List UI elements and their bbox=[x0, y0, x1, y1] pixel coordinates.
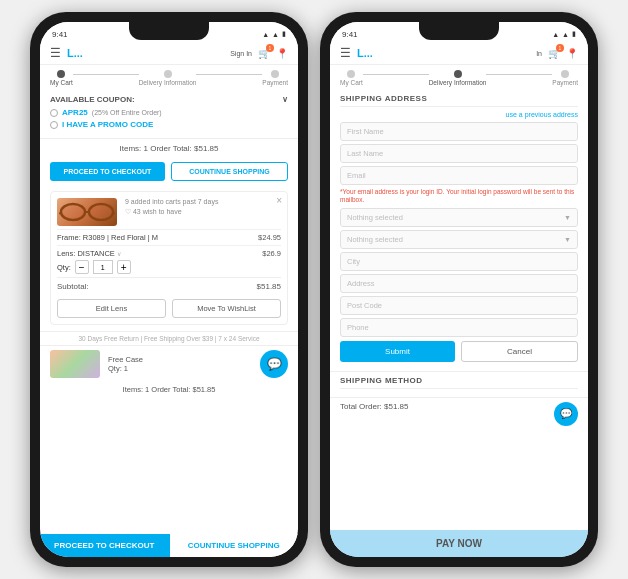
step-conn-3 bbox=[363, 74, 429, 75]
step-dot-delivery-1 bbox=[164, 70, 172, 78]
step-delivery-2: Delivery Information bbox=[429, 70, 487, 86]
bottom-btns-1: PROCEED TO CHECKOUT COUNTINUE SHOPPING bbox=[40, 534, 298, 557]
coupon-option-2: I HAVE A PROMO CODE bbox=[50, 120, 288, 129]
status-icons-2: ▲ ▲ ▮ bbox=[552, 30, 576, 38]
coupon-chevron[interactable]: ∨ bbox=[282, 95, 288, 104]
first-name-field[interactable]: First Name bbox=[340, 122, 578, 141]
cart-stat: 9 added into carts past 7 days bbox=[125, 198, 218, 205]
cancel-btn[interactable]: Cancel bbox=[461, 341, 578, 362]
time-1: 9:41 bbox=[52, 30, 68, 39]
qty-increase-btn[interactable]: + bbox=[117, 260, 131, 274]
step-label-payment-1: Payment bbox=[262, 79, 288, 86]
free-case-label: Free Case bbox=[108, 355, 143, 364]
pay-now-btn[interactable]: PAY NOW bbox=[330, 530, 588, 557]
continue-shopping-btn-top[interactable]: COUNTINUE SHOPPING bbox=[171, 162, 288, 181]
coupon-desc-apr25: (25% Off Entire Order) bbox=[92, 109, 162, 116]
step-conn-1 bbox=[73, 74, 139, 75]
phone-1-screen: 9:41 ▲ ▲ ▮ ☰ L... Sign In 🛒 1 📍 bbox=[40, 22, 298, 557]
chat-btn-2[interactable]: 💬 bbox=[554, 402, 578, 426]
subtotal-label: Subtotal: bbox=[57, 282, 89, 291]
edit-lens-btn[interactable]: Edit Lens bbox=[57, 299, 166, 318]
logo-2: L... bbox=[357, 47, 536, 59]
total-order-text: Total Order: $51.85 bbox=[340, 402, 408, 426]
state-select-arrow: ▼ bbox=[564, 236, 571, 243]
lens-price: $26.9 bbox=[262, 249, 281, 258]
step-label-delivery-2: Delivery Information bbox=[429, 79, 487, 86]
shipping-method-section: SHIPPING METHOD bbox=[330, 371, 588, 397]
screen-content-1: AVAILABLE COUPON: ∨ APR25 (25% Off Entir… bbox=[40, 89, 298, 534]
chat-btn-1[interactable]: 💬 bbox=[260, 350, 288, 378]
submit-btn[interactable]: Submit bbox=[340, 341, 455, 362]
email-note: *Your email address is your login ID. Yo… bbox=[340, 188, 578, 205]
action-btns: Edit Lens Move To WishList bbox=[57, 299, 281, 318]
step-dot-payment-2 bbox=[561, 70, 569, 78]
sign-in-1[interactable]: Sign In bbox=[230, 50, 252, 57]
location-icon-1[interactable]: 📍 bbox=[276, 48, 288, 59]
address-field[interactable]: Address bbox=[340, 274, 578, 293]
step-conn-2 bbox=[196, 74, 262, 75]
lens-detail: Lens: DISTANCE ∨ $26.9 bbox=[57, 245, 281, 258]
order-summary-1: Items: 1 Order Total: $51.85 bbox=[40, 139, 298, 158]
screen-content-2: SHIPPING ADDRESS use a previous address … bbox=[330, 89, 588, 530]
step-label-payment-2: Payment bbox=[552, 79, 578, 86]
email-field[interactable]: Email bbox=[340, 166, 578, 185]
qty-input[interactable] bbox=[93, 260, 113, 274]
battery-icon-1: ▮ bbox=[282, 30, 286, 38]
case-image bbox=[50, 350, 100, 378]
shipping-section-title: SHIPPING ADDRESS bbox=[340, 94, 578, 107]
radio-promo[interactable] bbox=[50, 121, 58, 129]
wifi-icon-2: ▲ bbox=[562, 31, 569, 38]
step-payment-1: Payment bbox=[262, 70, 288, 86]
qty-label: Qty: bbox=[57, 263, 71, 272]
case-info: Free Case Qty: 1 bbox=[108, 355, 143, 373]
postcode-field[interactable]: Post Code bbox=[340, 296, 578, 315]
proceed-checkout-btn-top[interactable]: PROCEED TO CHECKOUT bbox=[50, 162, 165, 181]
hamburger-icon-2[interactable]: ☰ bbox=[340, 46, 351, 60]
free-case: Free Case Qty: 1 💬 bbox=[40, 346, 298, 382]
cart-icon-2[interactable]: 🛒 1 bbox=[548, 48, 560, 59]
hamburger-icon-1[interactable]: ☰ bbox=[50, 46, 61, 60]
step-dot-cart-1 bbox=[57, 70, 65, 78]
free-case-qty: Qty: 1 bbox=[108, 364, 143, 373]
app-header-1: ☰ L... Sign In 🛒 1 📍 bbox=[40, 42, 298, 65]
social-info: 9 added into carts past 7 days bbox=[125, 198, 281, 205]
coupon-section: AVAILABLE COUPON: ∨ APR25 (25% Off Entir… bbox=[40, 89, 298, 139]
coupon-code-apr25: APR25 bbox=[62, 108, 88, 117]
frame-detail: Frame: R3089 | Red Floral | M $24.95 bbox=[57, 229, 281, 242]
state-select[interactable]: Nothing selected ▼ bbox=[340, 230, 578, 249]
move-wishlist-btn[interactable]: Move To WishList bbox=[172, 299, 281, 318]
phone-2: 9:41 ▲ ▲ ▮ ☰ L... In 🛒 1 📍 bbox=[320, 12, 598, 567]
radio-apr25[interactable] bbox=[50, 109, 58, 117]
bottom-continue-btn[interactable]: COUNTINUE SHOPPING bbox=[169, 534, 299, 557]
coupon-code-promo: I HAVE A PROMO CODE bbox=[62, 120, 153, 129]
last-name-field[interactable]: Last Name bbox=[340, 144, 578, 163]
subtotal-row: Subtotal: $51.85 bbox=[57, 277, 281, 295]
step-dot-cart-2 bbox=[347, 70, 355, 78]
sign-in-2[interactable]: In bbox=[536, 50, 542, 57]
svg-point-6 bbox=[90, 205, 112, 219]
step-payment-2: Payment bbox=[552, 70, 578, 86]
bottom-order-text: Items: 1 Order Total: $51.85 bbox=[123, 385, 216, 394]
product-image bbox=[57, 198, 117, 226]
qty-decrease-btn[interactable]: − bbox=[75, 260, 89, 274]
subtotal-value: $51.85 bbox=[257, 282, 281, 291]
step-delivery-1: Delivery Information bbox=[139, 70, 197, 86]
order-summary-text: Items: 1 Order Total: $51.85 bbox=[119, 144, 218, 153]
steps-1: My Cart Delivery Information Payment bbox=[40, 65, 298, 89]
phone-notch-2 bbox=[419, 22, 499, 40]
header-icons-2: In 🛒 1 📍 bbox=[536, 48, 578, 59]
location-icon-2[interactable]: 📍 bbox=[566, 48, 578, 59]
coupon-option-1: APR25 (25% Off Entire Order) bbox=[50, 108, 288, 117]
state-select-text: Nothing selected bbox=[347, 235, 403, 244]
cart-icon-1[interactable]: 🛒 1 bbox=[258, 48, 270, 59]
city-field[interactable]: City bbox=[340, 252, 578, 271]
prev-address-link[interactable]: use a previous address bbox=[340, 111, 578, 118]
step-cart-2: My Cart bbox=[340, 70, 363, 86]
country-select[interactable]: Nothing selected ▼ bbox=[340, 208, 578, 227]
bottom-checkout-btn[interactable]: PROCEED TO CHECKOUT bbox=[40, 534, 169, 557]
phone-field[interactable]: Phone bbox=[340, 318, 578, 337]
country-select-text: Nothing selected bbox=[347, 213, 403, 222]
step-label-cart-1: My Cart bbox=[50, 79, 73, 86]
form-btns: Submit Cancel bbox=[340, 341, 578, 362]
close-product-btn[interactable]: × bbox=[276, 195, 282, 206]
